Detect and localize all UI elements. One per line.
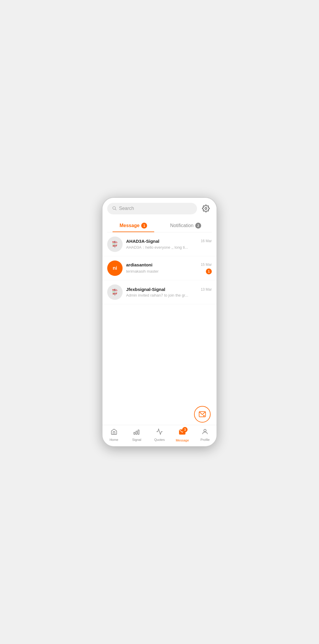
nav-label-home: Home [110, 438, 118, 441]
nav-item-home[interactable]: Home [102, 427, 125, 443]
search-row: Search [107, 203, 212, 214]
svg-text:↑: ↑ [112, 290, 114, 294]
nav-message-badge: 3 [182, 427, 188, 432]
tab-notification-badge: 2 [195, 223, 201, 229]
bottom-nav: Home Signal Quotes 3 [102, 425, 217, 446]
message-header-row-3: Jfexbsignal-Signal 13 Mar [126, 287, 212, 292]
tab-message-label: Message [120, 223, 140, 228]
message-header-row-2: ardiasantoni 15 Mar [126, 262, 212, 267]
tab-bar: Message 1 Notification 2 [107, 219, 212, 232]
message-item-3[interactable]: SELL BUY ↑ ↓ Jfexbsignal-Signal 13 Mar A… [102, 280, 217, 304]
sellbuy-logo-1: SELL BUY ↑ ↓ [107, 237, 123, 252]
new-message-fab[interactable] [194, 406, 211, 423]
message-preview-row-2: terimakasih master 1 [126, 268, 212, 274]
nav-label-profile: Profile [201, 438, 210, 441]
message-preview-3: Admin invited raihan7 to join the gr... [126, 293, 212, 297]
svg-point-2 [205, 208, 207, 210]
message-content-1: AHAD3A-Signal 16 Mar AHAD3A：hello everyo… [126, 239, 212, 250]
phone-frame: Search Message 1 Notification 2 [102, 197, 217, 447]
svg-point-22 [204, 429, 206, 432]
message-content-3: Jfexbsignal-Signal 13 Mar Admin invited … [126, 287, 212, 297]
message-preview-1: AHAD3A：hello everyone ,, long ti... [126, 245, 212, 250]
message-preview-row-1: AHAD3A：hello everyone ,, long ti... [126, 245, 212, 250]
nav-item-quotes[interactable]: Quotes [148, 427, 171, 443]
sellbuy-logo-3: SELL BUY ↑ ↓ [107, 284, 123, 300]
search-icon [112, 206, 117, 211]
unread-badge-2: 1 [206, 268, 212, 274]
message-time-3: 13 Mar [201, 287, 212, 292]
tab-message-badge: 1 [141, 223, 147, 229]
message-time-2: 15 Mar [201, 263, 212, 267]
tab-notification-label: Notification [170, 223, 193, 228]
svg-rect-18 [134, 432, 135, 434]
svg-rect-19 [136, 431, 137, 434]
nav-label-quotes: Quotes [154, 438, 165, 441]
tab-message[interactable]: Message 1 [107, 219, 160, 232]
svg-text:↓: ↓ [116, 290, 118, 294]
message-preview-row-3: Admin invited raihan7 to join the gr... [126, 293, 212, 297]
avatar-ardiasantoni: ni [107, 260, 123, 276]
nav-item-profile[interactable]: Profile [194, 427, 217, 443]
nav-label-signal: Signal [132, 438, 141, 441]
avatar-jfexbsignal: SELL BUY ↑ ↓ [107, 284, 123, 300]
svg-point-0 [113, 206, 115, 209]
avatar-ahad3a: SELL BUY ↑ ↓ [107, 237, 123, 252]
message-list: SELL BUY ↑ ↓ AHAD3A-Signal 16 Mar AHAD3A… [102, 232, 217, 425]
fab-container [194, 406, 211, 423]
svg-text:↓: ↓ [116, 242, 118, 246]
svg-line-1 [115, 209, 116, 210]
nav-label-message: Message [176, 438, 189, 442]
tab-notification[interactable]: Notification 2 [160, 219, 212, 232]
message-content-2: ardiasantoni 15 Mar terimakasih master 1 [126, 262, 212, 274]
header: Search Message 1 Notification 2 [102, 198, 217, 232]
message-name-3: Jfexbsignal-Signal [126, 287, 165, 292]
svg-text:↑: ↑ [112, 242, 114, 246]
message-name-2: ardiasantoni [126, 262, 152, 267]
quotes-icon [156, 428, 163, 437]
search-placeholder-text: Search [119, 206, 134, 211]
message-item-2[interactable]: ni ardiasantoni 15 Mar terimakasih maste… [102, 256, 217, 280]
svg-rect-20 [138, 430, 139, 434]
nav-item-message[interactable]: 3 Message [171, 427, 194, 443]
message-header-row-1: AHAD3A-Signal 16 Mar [126, 239, 212, 244]
message-item[interactable]: SELL BUY ↑ ↓ AHAD3A-Signal 16 Mar AHAD3A… [102, 232, 217, 256]
profile-icon [201, 428, 209, 437]
settings-button[interactable] [200, 203, 212, 214]
message-preview-2: terimakasih master [126, 269, 204, 274]
message-name-1: AHAD3A-Signal [126, 239, 160, 244]
nav-item-signal[interactable]: Signal [125, 427, 148, 443]
message-time-1: 16 Mar [201, 239, 212, 243]
signal-icon [133, 428, 140, 437]
search-bar[interactable]: Search [107, 203, 197, 214]
home-icon [110, 428, 118, 437]
